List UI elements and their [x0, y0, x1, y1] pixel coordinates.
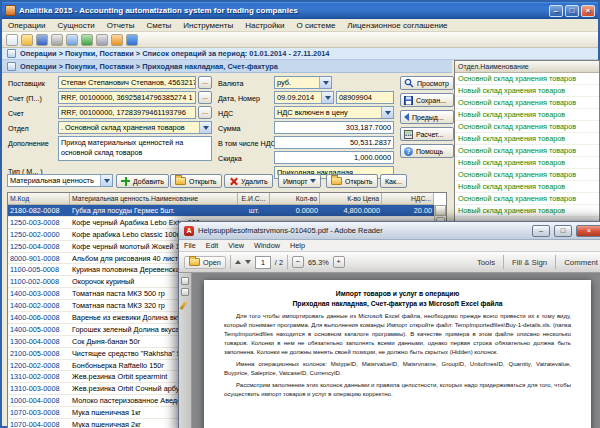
menu-item[interactable]: Лицензионное соглашение — [341, 21, 453, 30]
dept-row[interactable]: Основной склад хранения товаров — [455, 169, 599, 181]
save-button[interactable]: Сохран... — [400, 93, 454, 107]
pdf-menu-item[interactable]: Window — [249, 241, 285, 250]
scroll-up-icon[interactable] — [435, 205, 446, 216]
chevron-down-icon[interactable] — [100, 175, 112, 186]
vat-select[interactable]: НДС включен в цену — [274, 106, 394, 119]
currency-select[interactable]: руб. — [274, 76, 332, 89]
excel-icon[interactable] — [81, 34, 93, 46]
table-cell: 0.0000 — [270, 205, 320, 216]
calculate-button[interactable]: Расчет... — [400, 127, 454, 141]
dept-row[interactable]: Новый склад хранения товаров — [455, 133, 599, 145]
print-icon[interactable] — [51, 34, 63, 46]
help-button[interactable]: ? Помощь — [400, 144, 454, 158]
maximize-icon[interactable]: □ — [565, 5, 579, 17]
column-header[interactable]: Кол-во — [270, 193, 320, 205]
save-icon[interactable] — [36, 34, 48, 46]
pdf-tools-button[interactable]: Tools — [473, 258, 499, 267]
account-picker-button[interactable]: ... — [198, 106, 212, 119]
refresh-icon[interactable] — [111, 34, 123, 46]
chevron-down-icon[interactable] — [321, 92, 333, 103]
preview-button[interactable]: Просмотр — [400, 76, 454, 90]
new-doc-icon[interactable] — [6, 34, 18, 46]
department-panel-header[interactable]: Отдел.Наименование — [455, 61, 599, 73]
pdf-titlebar[interactable]: A Helpsuppliesofmatsrvmons-010405.pdf - … — [179, 222, 600, 240]
pdf-comment-button[interactable]: Comment — [560, 258, 600, 267]
zoom-in-icon[interactable]: + — [333, 256, 345, 268]
pdf-menu-item[interactable]: View — [223, 241, 249, 250]
menu-item[interactable]: О системе — [290, 21, 341, 30]
page-down-icon[interactable] — [245, 260, 251, 264]
entity-select[interactable]: Материальная ценность — [7, 174, 113, 187]
discount-field[interactable]: 1,000.0000 — [274, 151, 394, 164]
dept-row[interactable]: Основной склад хранения товаров — [455, 97, 599, 109]
minimize-icon[interactable]: – — [549, 5, 563, 17]
pdf-maximize-icon[interactable]: □ — [554, 225, 572, 237]
department-select[interactable]: . Основной склад хранения товаров — [58, 121, 212, 134]
dept-row[interactable]: Новый склад хранения товаров — [455, 205, 599, 217]
menu-item[interactable]: Настройки — [239, 21, 290, 30]
supplier-field[interactable]: Степан Степанович Степанов, 45632178 — [58, 76, 196, 89]
column-header[interactable]: М.Код — [8, 193, 70, 205]
dept-row[interactable]: Новый склад хранения товаров — [455, 85, 599, 97]
pdf-open-button[interactable]: Open — [184, 256, 226, 269]
close-icon[interactable]: × — [581, 5, 595, 17]
import-button[interactable]: Импорт — [278, 174, 321, 188]
menu-item[interactable]: Инструменты — [177, 21, 239, 30]
add-button[interactable]: Добавить — [116, 174, 169, 188]
add-button-label: Добавить — [133, 178, 164, 185]
date-picker[interactable]: 09.09.2014 — [274, 91, 334, 104]
column-header[interactable]: Материальная ценность.Наименование — [70, 193, 238, 205]
supplier-picker-button[interactable]: ... — [198, 76, 212, 89]
menu-item[interactable]: Сметы — [140, 21, 177, 30]
help-icon[interactable] — [126, 34, 138, 46]
menu-item[interactable]: Операции — [2, 21, 51, 30]
main-titlebar[interactable]: Analitika 2015 - Accounting automatizati… — [2, 2, 598, 19]
addition-textarea[interactable]: Приход материальных ценностей на основно… — [58, 136, 212, 161]
open-button[interactable]: Открыть — [170, 174, 222, 188]
pdf-page[interactable]: Импорт товаров и услуг в операцию Приход… — [204, 280, 591, 428]
column-header[interactable]: Е.И.С... — [238, 193, 270, 205]
calculator-icon[interactable] — [96, 34, 108, 46]
dept-row[interactable]: Новый склад хранения товаров — [455, 181, 599, 193]
delete-button[interactable]: Удалить — [224, 174, 273, 188]
zoom-out-icon[interactable]: − — [292, 256, 304, 268]
pdf-menu-item[interactable]: Edit — [201, 241, 224, 250]
dept-row[interactable]: Новый склад хранения товаров — [455, 157, 599, 169]
pdf-minimize-icon[interactable]: – — [532, 225, 550, 237]
page-number-input[interactable]: 1 — [255, 256, 271, 269]
dept-row[interactable]: Новый склад хранения товаров — [455, 109, 599, 121]
pdf-paragraph: Имена операционных колонок: MstypeID, Ma… — [224, 360, 571, 378]
pdf-close-icon[interactable]: × — [576, 225, 600, 237]
pdf-menu-item[interactable]: Help — [285, 241, 310, 250]
zoom-level-value[interactable]: 65.3% — [308, 258, 329, 267]
how-button[interactable]: Как... — [380, 174, 407, 188]
chevron-down-icon[interactable] — [381, 107, 393, 118]
number-field[interactable]: 08909904 — [336, 91, 394, 104]
chevron-down-icon[interactable] — [199, 122, 211, 133]
page-up-icon[interactable] — [235, 260, 241, 264]
column-header[interactable]: НДС... — [382, 193, 434, 205]
pdf-menu-item[interactable]: File — [179, 241, 201, 250]
table-row[interactable]: 2180-082-0008Губка для посуды Гермес 5шт… — [8, 205, 446, 217]
adobe-reader-icon: A — [184, 226, 194, 236]
table-cell: 1070-003-0008 — [8, 407, 70, 418]
search-icon[interactable] — [66, 34, 78, 46]
menu-item[interactable]: Сущности — [51, 21, 100, 30]
column-header[interactable]: К-во Цена — [320, 193, 382, 205]
account-p-field[interactable]: RRF, 00100000, 36925814796385274 1 — [58, 91, 196, 104]
account-field[interactable]: RRF, 00100000, 17283979461193796 — [58, 106, 196, 119]
dept-row[interactable]: Основной склад хранения товаров — [455, 145, 599, 157]
pdf-fill-sign-button[interactable]: Fill & Sign — [508, 258, 551, 267]
chevron-down-icon[interactable] — [319, 77, 331, 88]
dept-row[interactable]: Основной склад хранения товаров — [455, 73, 599, 85]
previous-button[interactable]: Предыд... — [400, 110, 454, 124]
dept-row[interactable]: Основной склад хранения товаров — [455, 121, 599, 133]
bookmarks-icon[interactable] — [181, 277, 189, 285]
folder-icon — [331, 177, 342, 185]
menu-item[interactable]: Отчеты — [101, 21, 141, 30]
open-folder-icon[interactable] — [21, 34, 33, 46]
open-import-button[interactable]: Открыть — [326, 174, 378, 188]
attachments-icon[interactable] — [181, 288, 189, 296]
dept-row[interactable]: Основной склад хранения товаров — [455, 193, 599, 205]
account-p-picker-button[interactable]: ... — [198, 91, 212, 104]
